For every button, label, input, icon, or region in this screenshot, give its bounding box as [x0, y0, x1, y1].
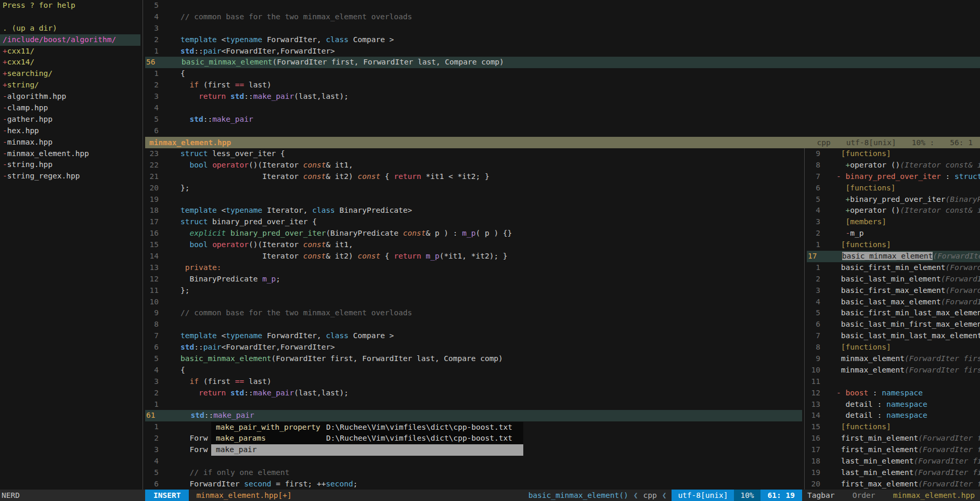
code-line[interactable]: 61 std::make_pair [145, 410, 802, 421]
code-line[interactable]: 20}; [145, 183, 802, 194]
tree-item[interactable]: +cxx14/ [0, 57, 140, 68]
completion-item[interactable]: make_pair [211, 444, 523, 456]
code-token: detail [845, 411, 872, 419]
tag-item[interactable]: 1 [functions] [807, 239, 980, 251]
tag-item[interactable]: 7 basic_last_min_last_max_element(Forw [807, 330, 980, 342]
code-line[interactable]: 7template <typename ForwardIter, class C… [145, 330, 802, 342]
code-token: Compare > [349, 331, 394, 340]
completion-item[interactable]: make_paramsD:\Ruchee\Vim\vimfiles\dict\c… [211, 433, 523, 444]
tree-item[interactable] [0, 11, 140, 23]
code-line[interactable]: 4{ [145, 365, 802, 376]
tree-item[interactable]: -gather.hpp [0, 114, 140, 125]
tree-item[interactable]: -algorithm.hpp [0, 91, 140, 102]
line-number: 21 [145, 171, 159, 183]
tag-item[interactable]: 18 last_min_element(ForwardIter first, [807, 456, 980, 467]
tree-item[interactable]: -minmax.hpp [0, 137, 140, 148]
code-line[interactable]: 3 if (first == last) [145, 376, 802, 388]
tag-item[interactable]: 5 basic_first_min_last_max_element(Forwa [807, 307, 980, 319]
tag-item[interactable]: 9 [functions] [807, 148, 980, 160]
code-line[interactable]: 6 [145, 125, 980, 137]
tag-item[interactable]: 13 detail : namespace [807, 399, 980, 410]
code-token: return [394, 172, 421, 181]
tag-item[interactable]: 4 basic_last_max_element(ForwardIter [807, 297, 980, 308]
tree-item[interactable]: -hex.hpp [0, 125, 140, 137]
code-line[interactable]: 16 explicit binary_pred_over_iter(Binary… [145, 228, 802, 239]
completion-item[interactable]: make_pair_with_propertyD:\Ruchee\Vim\vim… [211, 422, 523, 433]
tag-item[interactable]: 8 +operator ()(Iterator const& it1, [807, 160, 980, 171]
tag-item[interactable]: 17 basic_minmax_element(ForwardIter firs… [807, 251, 980, 262]
code-line[interactable]: 3 return std::make_pair(last,last); [145, 91, 980, 102]
code-line[interactable]: 8 [145, 319, 802, 330]
tree-item[interactable]: +string/ [0, 80, 140, 91]
window-separator[interactable] [802, 148, 807, 490]
tag-item[interactable]: 9 minmax_element(ForwardIter first, Forw… [807, 353, 980, 365]
tag-item[interactable]: 3 [members] [807, 216, 980, 228]
tag-item[interactable]: 6 [functions] [807, 183, 980, 194]
code-line[interactable]: 5basic_minmax_element(ForwardIter first,… [145, 353, 802, 365]
code-line[interactable]: 23struct less_over_iter { [145, 148, 802, 160]
tag-item[interactable]: 4 +operator ()(Iterator const& it1, [807, 205, 980, 216]
tree-item[interactable]: Press ? for help [0, 0, 140, 11]
tag-item[interactable]: 11 [807, 376, 980, 388]
code-line[interactable]: 5 [145, 0, 980, 11]
tag-item[interactable]: 5 +binary_pred_over_iter(BinaryPredicate… [807, 194, 980, 205]
code-line[interactable]: 10 [145, 297, 802, 308]
code-line[interactable]: 2template <typename ForwardIter, class C… [145, 34, 980, 46]
tag-item[interactable]: 6 basic_last_min_first_max_element(Forwa [807, 319, 980, 330]
code-line[interactable]: 4 [145, 102, 980, 114]
tree-item[interactable]: +cxx11/ [0, 46, 140, 57]
tree-item[interactable]: -string_regex.hpp [0, 171, 140, 182]
tag-item[interactable]: 16 first_min_element(ForwardIter first, [807, 433, 980, 444]
code-line[interactable]: 9// common base for the two minmax_eleme… [145, 307, 802, 319]
tree-item-label: /include/boost/algorithm/ [3, 35, 116, 44]
code-line[interactable]: 11}; [145, 285, 802, 297]
line-text: [members] [836, 216, 886, 228]
code-line[interactable]: 15 bool operator()(Iterator const& it1, [145, 239, 802, 251]
code-line[interactable]: 4// common base for the two minmax_eleme… [145, 11, 980, 23]
code-line[interactable]: 21 Iterator const& it2) const { return *… [145, 171, 802, 183]
code-line[interactable]: 19 [145, 194, 802, 205]
tree-item[interactable]: /include/boost/algorithm/ [0, 34, 140, 46]
tag-item[interactable]: 14 detail : namespace [807, 410, 980, 421]
code-line[interactable]: 6 ForwardIter second = first; ++second; [145, 479, 802, 490]
tree-item[interactable]: -minmax_element.hpp [0, 148, 140, 160]
tag-item[interactable]: 2 -m_p [807, 228, 980, 239]
tag-item[interactable]: 2 basic_last_min_element(ForwardIter [807, 274, 980, 285]
code-line[interactable]: 5 // if only one element [145, 467, 802, 479]
code-line[interactable]: 3 [145, 23, 980, 34]
tag-item[interactable]: 17 first_min_element(ForwardIter first, [807, 444, 980, 456]
tree-item[interactable]: . (up a dir) [0, 23, 140, 34]
code-line[interactable]: 2 return std::make_pair(last,last); [145, 388, 802, 399]
tag-item[interactable]: 7- binary_pred_over_iter : struct [807, 171, 980, 183]
tag-item[interactable]: 10 minmax_element(ForwardIter first, For… [807, 365, 980, 376]
code-line[interactable]: 1 [145, 399, 802, 410]
tree-item[interactable]: -clamp.hpp [0, 102, 140, 114]
code-line[interactable]: 5 std::make_pair [145, 114, 980, 125]
line-number: 7 [145, 330, 159, 342]
tree-item[interactable]: -string.hpp [0, 159, 140, 171]
code-line[interactable]: 12 BinaryPredicate m_p; [145, 274, 802, 285]
code-line[interactable]: 22 bool operator()(Iterator const& it1, [145, 160, 802, 171]
code-line[interactable]: 2 if (first == last) [145, 80, 980, 91]
tag-item[interactable]: 15 [functions] [807, 421, 980, 433]
tree-item[interactable]: +searching/ [0, 68, 140, 80]
tag-item[interactable]: 3 basic_first_max_element(ForwardIter [807, 285, 980, 297]
code-line[interactable]: 56basic_minmax_element(ForwardIter first… [145, 57, 980, 68]
code-line[interactable]: 14 Iterator const& it2) const { return m… [145, 251, 802, 262]
top-editor-window[interactable]: 54// common base for the two minmax_elem… [145, 0, 980, 137]
tag-item[interactable]: 20 first_max_element(ForwardIter first [807, 479, 980, 490]
code-line[interactable]: 4 [145, 456, 802, 467]
code-line[interactable]: 1{ [145, 68, 980, 80]
code-line[interactable]: 18template <typename Iterator, class Bin… [145, 205, 802, 216]
bottom-editor-window[interactable]: make_pair_with_propertyD:\Ruchee\Vim\vim… [145, 148, 802, 490]
tag-item[interactable]: 1 basic_first_min_element(ForwardIter [807, 262, 980, 274]
code-line[interactable]: 6std::pair<ForwardIter,ForwardIter> [145, 342, 802, 353]
window-separator[interactable] [140, 0, 145, 490]
tag-item[interactable]: 19 last_min_element(ForwardIter first, [807, 467, 980, 479]
line-text: +binary_pred_over_iter(BinaryPredicate c… [836, 194, 980, 205]
tag-item[interactable]: 12- boost : namespace [807, 388, 980, 399]
code-line[interactable]: 1std::pair<ForwardIter,ForwardIter> [145, 46, 980, 57]
code-line[interactable]: 17struct binary_pred_over_iter { [145, 216, 802, 228]
code-line[interactable]: 13 private: [145, 262, 802, 274]
tag-item[interactable]: 8 [functions] [807, 342, 980, 353]
